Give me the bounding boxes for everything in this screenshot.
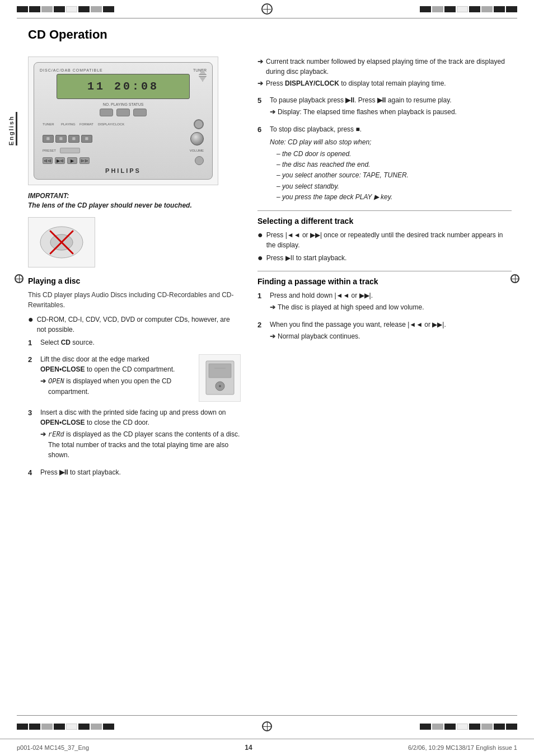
step-5-arrow: ➔ Display: The elapsed time flashes when…: [270, 107, 512, 117]
finding-step-1-arrow: ➔ The disc is played at high speed and l…: [270, 302, 512, 312]
important-text: The lens of the CD player should never b…: [28, 201, 241, 209]
step-2: 2 Lift the disc door at the edge marked …: [28, 354, 241, 402]
section-divider-1: [257, 210, 512, 211]
step-6: 6 To stop disc playback, press ■. Note: …: [257, 124, 512, 203]
step-4-number: 4: [28, 467, 36, 478]
finding-step-1-content: Press and hold down |◄◄ or ▶▶|. ➔ The di…: [270, 290, 512, 314]
step-2-number: 2: [28, 354, 36, 365]
finding-step-2-content: When you find the passage you want, rele…: [270, 320, 512, 343]
cd-player-image: DISC/AC/DAB COMPATIBLE TUNER 11 20:08 NO…: [28, 57, 218, 185]
arrow-icon: ➔: [40, 376, 46, 397]
right-arrow-1-text: Current track number followed by elapsed…: [266, 57, 512, 77]
finding-step-2-number: 2: [257, 320, 265, 331]
dash-4: you select standby.: [277, 181, 512, 192]
playing-disc-section: Playing a disc This CD player plays Audi…: [28, 276, 241, 478]
step-3-text: Insert a disc with the printed side faci…: [40, 408, 226, 426]
step-1-text: Select CD source.: [40, 337, 241, 348]
step-1-number: 1: [28, 337, 36, 349]
step-5-arrow-text: Display: The elapsed time flashes when p…: [278, 107, 457, 117]
finding-passage-header: Finding a passage within a track: [257, 277, 512, 286]
left-margin-crosshair: [15, 274, 24, 285]
note-intro: Note: CD play will also stop when;: [270, 137, 512, 147]
arrow-icon-f2: ➔: [270, 331, 275, 341]
step-1: 1 Select CD source.: [28, 337, 241, 349]
arrow-icon-2: ➔: [40, 429, 46, 460]
selecting-bullet-2-text: Press ▶II to start playback.: [266, 253, 512, 263]
step-5: 5 To pause playback press ▶II. Press ▶II…: [257, 95, 512, 119]
right-margin-crosshair: [510, 274, 519, 285]
arrow-icon-5: ➔: [270, 107, 275, 117]
step-2-arrow: ➔ OPEN is displayed when you open the CD…: [40, 376, 194, 397]
finding-step-2-arrow: ➔ Normal playback continues.: [270, 331, 512, 341]
not-possible-bullet: ● CD-ROM, CD-I, CDV, VCD, DVD or compute…: [28, 314, 241, 335]
bottom-decorative: [0, 715, 534, 734]
step-3-content: Insert a disc with the printed side faci…: [40, 407, 241, 462]
finding-step-1: 1 Press and hold down |◄◄ or ▶▶|. ➔ The …: [257, 290, 512, 314]
right-column: ➔ Current track number followed by elaps…: [257, 57, 512, 483]
lens-svg: [34, 220, 90, 265]
step-4: 4 Press ▶II to start playback.: [28, 467, 241, 478]
svg-rect-5: [209, 364, 231, 378]
step-6-content: To stop disc playback, press ■. Note: CD…: [270, 124, 512, 203]
left-column: DISC/AC/DAB COMPATIBLE TUNER 11 20:08 NO…: [28, 57, 241, 483]
step-2-content: Lift the disc door at the edge marked OP…: [40, 354, 241, 402]
not-possible-text: CD-ROM, CD-I, CDV, VCD, DVD or computer …: [37, 314, 241, 335]
lens-image: [28, 217, 95, 267]
svg-point-7: [219, 385, 221, 387]
right-arrow-sym-1: ➔: [257, 57, 263, 77]
disc-door-image: [199, 354, 241, 402]
step-5-text: To pause playback press ▶II. Press ▶II a…: [270, 96, 452, 104]
step-3-number: 3: [28, 407, 36, 419]
step-5-content: To pause playback press ▶II. Press ▶II a…: [270, 95, 512, 119]
bullet-icon: ●: [28, 315, 34, 335]
important-notice: IMPORTANT: The lens of the CD player sho…: [28, 192, 241, 209]
finding-step-2-text: When you find the passage you want, rele…: [270, 321, 446, 328]
selecting-bullet-1: ● Press |◄◄ or ▶▶| once or repeatedly un…: [257, 230, 512, 250]
footer-right: 6/2/06, 10:29 MC138/17 English issue 1: [408, 744, 517, 751]
step-6-number: 6: [257, 124, 265, 135]
dash-1: the CD door is opened.: [277, 149, 512, 159]
finding-step-1-text: Press and hold down |◄◄ or ▶▶|.: [270, 292, 373, 299]
important-label: IMPORTANT:: [28, 192, 241, 200]
right-arrow-2-text: Press DISPLAY/CLOCK to display total rem…: [266, 78, 446, 88]
step-6-text: To stop disc playback, press ■.: [270, 125, 362, 133]
stop-note: Note: CD play will also stop when; the C…: [270, 137, 512, 203]
selecting-track-section: Selecting a different track ● Press |◄◄ …: [257, 217, 512, 263]
step-2-arrow-text: OPEN is displayed when you open the CD c…: [48, 376, 194, 397]
page-number: 14: [245, 744, 252, 752]
right-arrow-2: ➔ Press DISPLAY/CLOCK to display total r…: [257, 78, 512, 88]
top-decorative-bar: [0, 0, 534, 18]
step-3-arrow-text: rERd is displayed as the CD player scans…: [48, 429, 241, 460]
step-5-number: 5: [257, 95, 265, 106]
finding-step-1-arrow-text: The disc is played at high speed and low…: [278, 302, 424, 312]
crosshair-icon: [261, 3, 273, 15]
bullet-icon-2: ●: [257, 231, 263, 250]
finding-passage-section: Finding a passage within a track 1 Press…: [257, 277, 512, 343]
right-arrow-sym-2: ➔: [257, 78, 263, 88]
dash-2: the disc has reached the end.: [277, 159, 512, 170]
finding-step-2: 2 When you find the passage you want, re…: [257, 320, 512, 343]
selecting-bullet-1-text: Press |◄◄ or ▶▶| once or repeatedly unti…: [266, 230, 512, 250]
step-3-arrow: ➔ rERd is displayed as the CD player sca…: [40, 429, 241, 460]
arrow-icon-f1: ➔: [270, 302, 275, 312]
step-4-text: Press ▶II to start playback.: [40, 467, 241, 477]
footer-left: p001-024 MC145_37_Eng: [17, 744, 89, 751]
page-title: CD Operation: [28, 27, 506, 42]
playing-disc-header: Playing a disc: [28, 276, 241, 285]
finding-step-1-number: 1: [257, 290, 265, 302]
section-divider-2: [257, 271, 512, 271]
stop-dash-list: the CD door is opened. the disc has reac…: [270, 149, 512, 203]
sidebar-english-label: English: [8, 112, 17, 145]
bottom-crosshair-icon: [262, 721, 272, 731]
playing-disc-description: This CD player plays Audio Discs includi…: [28, 290, 241, 310]
finding-step-2-arrow-text: Normal playback continues.: [278, 331, 360, 341]
dash-5: you press the tape deck PLAY ▶ key.: [277, 192, 512, 203]
footer: p001-024 MC145_37_Eng 14 6/2/06, 10:29 M…: [0, 739, 534, 756]
device-brand-label: PHILIPS: [40, 167, 207, 174]
device-display: 11 20:08: [57, 74, 190, 99]
step-3: 3 Insert a disc with the printed side fa…: [28, 407, 241, 462]
right-arrow-1: ➔ Current track number followed by elaps…: [257, 57, 512, 77]
step-2-text: Lift the disc door at the edge marked OP…: [40, 355, 175, 373]
bullet-icon-3: ●: [257, 253, 263, 263]
dash-3: you select another source: TAPE, TUNER.: [277, 170, 512, 181]
